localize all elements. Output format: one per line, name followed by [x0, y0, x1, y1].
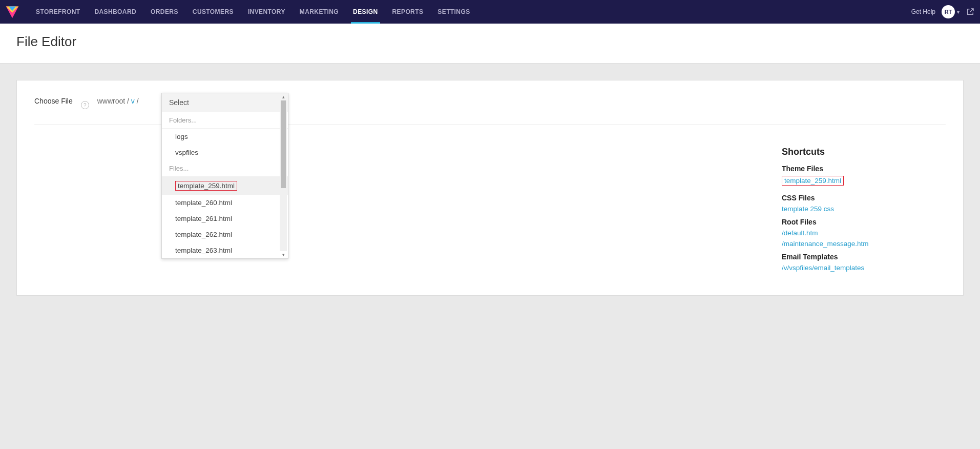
file-item[interactable]: template_262.html — [162, 227, 288, 242]
main-nav: STOREFRONTDASHBOARDORDERSCUSTOMERSINVENT… — [29, 0, 477, 24]
get-help-link[interactable]: Get Help — [911, 8, 935, 15]
breadcrumb: wwwroot / v / — [97, 97, 139, 105]
file-dropdown: Select Folders... logsvspfiles Files... … — [161, 93, 288, 259]
brand-logo[interactable] — [5, 5, 19, 19]
page-header: File Editor — [0, 24, 980, 64]
topbar: STOREFRONTDASHBOARDORDERSCUSTOMERSINVENT… — [0, 0, 980, 24]
shortcut-link[interactable]: /v/vspfiles/email_templates — [782, 264, 946, 272]
nav-dashboard[interactable]: DASHBOARD — [87, 0, 143, 24]
file-editor-card: Choose File ? wwwroot / v / Select Folde… — [16, 80, 964, 296]
scroll-up-icon[interactable]: ▴ — [282, 94, 285, 99]
shortcuts-panel: Shortcuts Theme Filestemplate_259.htmlCS… — [782, 125, 946, 275]
shortcut-group-label: Email Templates — [782, 253, 946, 261]
shortcut-group-label: CSS Files — [782, 194, 946, 202]
chevron-down-icon: ▾ — [957, 9, 960, 15]
file-chooser-row: Choose File ? wwwroot / v / Select Folde… — [34, 96, 946, 125]
nav-orders[interactable]: ORDERS — [143, 0, 185, 24]
folder-item[interactable]: vspfiles — [162, 145, 288, 160]
file-item[interactable]: template_263.html — [162, 242, 288, 258]
file-item[interactable]: template_260.html — [162, 195, 288, 211]
file-item[interactable]: template_259.html — [162, 177, 288, 195]
nav-design[interactable]: DESIGN — [346, 0, 385, 24]
nav-marketing[interactable]: MARKETING — [293, 0, 346, 24]
file-item[interactable]: template_261.html — [162, 211, 288, 227]
topbar-right: Get Help RT ▾ — [911, 5, 975, 18]
dropdown-select[interactable]: Select — [162, 93, 288, 112]
open-external-icon[interactable] — [966, 7, 975, 16]
shortcut-group-label: Root Files — [782, 218, 946, 226]
nav-storefront[interactable]: STOREFRONT — [29, 0, 87, 24]
scroll-track[interactable] — [280, 100, 287, 251]
nav-reports[interactable]: REPORTS — [385, 0, 431, 24]
shortcut-link[interactable]: template 259 css — [782, 205, 946, 213]
dropdown-scrollbar[interactable]: ▴ ▾ — [280, 94, 287, 257]
nav-customers[interactable]: CUSTOMERS — [185, 0, 241, 24]
shortcut-group-label: Theme Files — [782, 165, 946, 173]
user-menu[interactable]: RT ▾ — [942, 5, 960, 18]
scroll-down-icon[interactable]: ▾ — [282, 252, 285, 257]
breadcrumb-v[interactable]: v — [131, 97, 135, 105]
choose-file-label: Choose File — [34, 97, 73, 105]
user-avatar: RT — [942, 5, 955, 18]
help-icon[interactable]: ? — [81, 101, 89, 109]
breadcrumb-root: wwwroot — [97, 97, 125, 105]
scroll-thumb[interactable] — [281, 100, 286, 188]
dropdown-folders-group: Folders... — [162, 112, 288, 129]
dropdown-files-group: Files... — [162, 160, 288, 177]
editor-main — [34, 125, 782, 275]
shortcut-link[interactable]: template_259.html — [782, 176, 844, 186]
shortcut-link[interactable]: /default.htm — [782, 229, 946, 237]
nav-settings[interactable]: SETTINGS — [430, 0, 477, 24]
nav-inventory[interactable]: INVENTORY — [241, 0, 293, 24]
page-title: File Editor — [16, 34, 964, 50]
folder-item[interactable]: logs — [162, 129, 288, 145]
shortcut-link[interactable]: /maintenance_message.htm — [782, 240, 946, 248]
shortcuts-title: Shortcuts — [782, 147, 946, 157]
